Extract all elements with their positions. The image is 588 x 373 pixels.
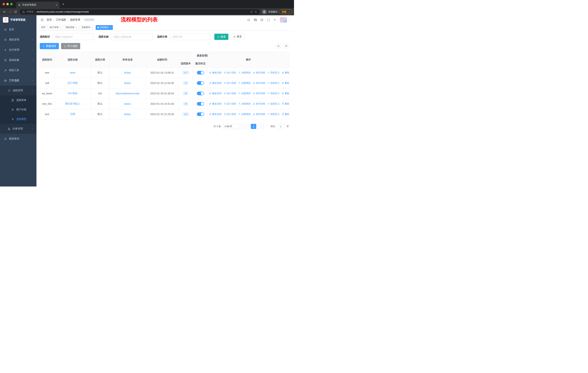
form-info-link[interactable]: biubiu [124, 102, 131, 105]
active-toggle[interactable] [197, 92, 204, 95]
reload-button[interactable] [13, 9, 18, 15]
action-edit-process[interactable]: 修改流程 [209, 102, 221, 105]
close-icon[interactable] [75, 27, 77, 28]
close-icon[interactable] [59, 27, 61, 28]
goto-page-input[interactable] [277, 124, 285, 129]
sidebar-item-home[interactable]: 首页 [0, 24, 36, 35]
sidebar-item-process-management[interactable]: 流程管理 [0, 86, 36, 95]
close-icon[interactable] [91, 27, 93, 28]
process-key-input[interactable] [52, 33, 94, 40]
current-page-button[interactable]: 1 [251, 124, 256, 129]
sidebar-item-user-group[interactable]: 用户分组 [0, 105, 36, 114]
action-design-process[interactable]: 设计流程 [224, 71, 236, 74]
back-button[interactable] [2, 9, 7, 15]
avatar[interactable] [280, 17, 287, 23]
close-window-button[interactable] [2, 3, 5, 5]
active-toggle[interactable] [197, 81, 204, 85]
action-edit-process[interactable]: 修改流程 [209, 92, 221, 95]
forward-button[interactable] [7, 9, 13, 15]
action-edit-process[interactable]: 修改流程 [209, 112, 221, 116]
new-tab-button[interactable] [62, 3, 65, 6]
action-delete[interactable]: 删除 [282, 112, 289, 116]
reset-button[interactable]: 重置 [231, 34, 245, 40]
action-design-process[interactable]: 设计流程 [224, 112, 236, 116]
action-assign-rule[interactable]: 分配规则 [238, 92, 251, 95]
action-design-process[interactable]: 设计流程 [224, 102, 236, 105]
action-assign-rule[interactable]: 分配规则 [238, 112, 251, 116]
toggle-search-button[interactable] [276, 43, 281, 49]
sidebar-item-system[interactable]: 系统管理 [0, 35, 36, 45]
password-key-icon[interactable] [250, 10, 253, 13]
refresh-table-button[interactable] [284, 43, 289, 49]
action-delete[interactable]: 删除 [282, 81, 289, 85]
action-publish-process[interactable]: 发布流程 [253, 71, 265, 74]
breadcrumb-workflow[interactable]: 工作流程 [56, 18, 66, 21]
address-bar[interactable]: 不安全 dashboard.yudao.iocoder.cn/bpm/manag… [20, 9, 260, 14]
fullscreen-icon[interactable] [267, 18, 270, 21]
action-process-definition[interactable]: 流程定义 [267, 71, 280, 74]
action-assign-rule[interactable]: 分配规则 [238, 81, 251, 85]
chrome-update-button[interactable]: 更新 [279, 9, 292, 14]
action-publish-process[interactable]: 发布流程 [253, 92, 265, 95]
action-design-process[interactable]: 设计流程 [224, 92, 236, 95]
form-info-link[interactable]: biubiu [124, 113, 131, 116]
tag-tenant-management[interactable]: 租户管理 [48, 25, 63, 30]
prev-page-button[interactable] [243, 124, 249, 129]
active-toggle[interactable] [197, 71, 204, 74]
active-toggle[interactable] [197, 102, 204, 106]
tag-my-process[interactable]: 我的流程 [64, 25, 79, 30]
sidebar-item-process-form[interactable]: 流程表单 [0, 95, 36, 105]
font-size-icon[interactable] [273, 18, 276, 21]
action-delete[interactable]: 删除 [282, 92, 289, 95]
action-process-definition[interactable]: 流程定义 [267, 81, 280, 85]
action-delete[interactable]: 删除 [282, 102, 289, 105]
browser-tab[interactable]: 芋道管理系统 [16, 2, 60, 8]
action-process-definition[interactable]: 流程定义 [267, 92, 280, 95]
action-delete[interactable]: 删除 [282, 71, 289, 74]
hamburger-icon[interactable] [41, 18, 44, 21]
action-publish-process[interactable]: 发布流程 [253, 102, 265, 105]
breadcrumb-process-management[interactable]: 流程管理 [70, 18, 80, 21]
sidebar-item-workflow[interactable]: 工作流程 [0, 75, 36, 86]
page-size-select[interactable]: 10条/页 [223, 124, 242, 129]
action-process-definition[interactable]: 流程定义 [267, 102, 280, 105]
action-design-process[interactable]: 设计流程 [224, 81, 236, 85]
sidebar-item-devtools[interactable]: 研发工具 [0, 65, 36, 75]
tag-process-model[interactable]: 流程模型 [96, 25, 113, 30]
model-name-link[interactable]: eeee [70, 71, 75, 74]
bookmark-star-icon[interactable] [254, 10, 257, 13]
model-name-link[interactable]: 测试多审批人 [65, 102, 80, 105]
help-icon[interactable] [260, 18, 263, 21]
import-process-button[interactable]: 导入流程 [61, 43, 80, 49]
process-category-select[interactable]: 流程分类 [170, 33, 210, 40]
action-publish-process[interactable]: 发布流程 [253, 81, 265, 85]
action-edit-process[interactable]: 修改流程 [209, 81, 221, 85]
sidebar-item-task-management[interactable]: 任务管理 [0, 124, 36, 134]
action-edit-process[interactable]: 修改流程 [209, 71, 221, 74]
close-icon[interactable] [109, 27, 111, 28]
sidebar-item-leave-query[interactable]: 请假查询 [0, 134, 36, 144]
minimize-window-button[interactable] [6, 3, 9, 5]
tab-close-icon[interactable] [55, 4, 58, 6]
search-icon[interactable] [247, 18, 250, 21]
action-publish-process[interactable]: 发布流程 [253, 112, 265, 116]
model-name-link[interactable]: 自己审批 [68, 81, 78, 84]
form-info-link[interactable]: biubiu [124, 71, 131, 74]
next-page-button[interactable] [258, 124, 263, 129]
action-assign-rule[interactable]: 分配规则 [238, 102, 251, 105]
breadcrumb-home[interactable]: 首页 [47, 18, 52, 21]
form-info-link[interactable]: /bpm/oa/leave/create [116, 92, 139, 95]
form-info-link[interactable]: biubiu [124, 81, 131, 84]
sidebar-item-process-model[interactable]: 流程模型 [0, 114, 36, 124]
kebab-menu-icon[interactable] [288, 10, 291, 13]
action-assign-rule[interactable]: 分配规则 [238, 71, 251, 74]
action-process-definition[interactable]: 流程定义 [267, 112, 280, 116]
user-avatar-menu[interactable] [280, 17, 290, 23]
sidebar-item-infrastructure[interactable]: 基础设施 [0, 55, 36, 65]
tag-home[interactable]: 首页 [39, 25, 47, 30]
search-button[interactable]: 搜索 [214, 34, 228, 40]
create-process-button[interactable]: 新建流程 [40, 43, 59, 49]
process-name-input[interactable] [111, 33, 153, 40]
sidebar-item-payment[interactable]: 支付管理 [0, 45, 36, 55]
active-toggle[interactable] [197, 112, 204, 116]
